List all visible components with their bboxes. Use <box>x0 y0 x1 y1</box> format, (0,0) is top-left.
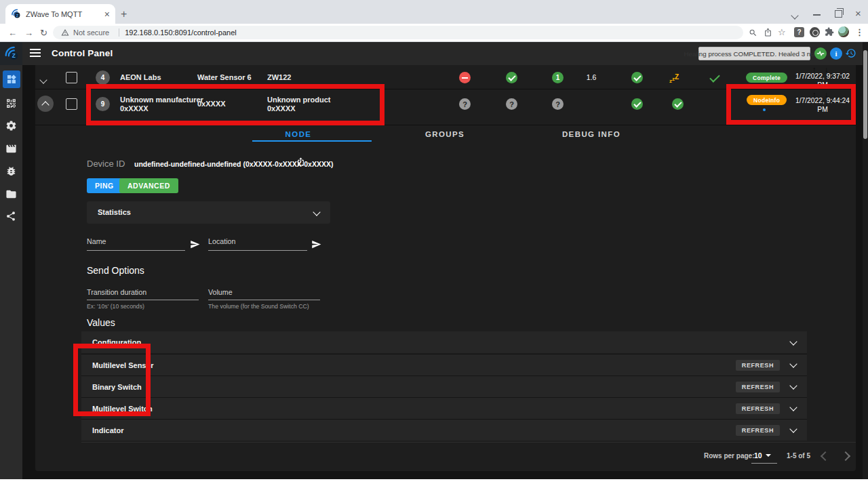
extension-question-icon[interactable]: ? <box>794 27 804 37</box>
favicon-zwave-icon: Z <box>11 9 21 19</box>
row2-collapse-icon[interactable] <box>37 96 54 112</box>
screen: Z ZWave To MQTT × + × ← → ↻ Not secure 1… <box>0 0 868 488</box>
sidebar-item-store[interactable] <box>5 188 17 200</box>
extension-circle-icon[interactable] <box>810 27 820 37</box>
new-tab-button[interactable]: + <box>121 8 127 20</box>
row1-status-check-icon <box>631 72 643 83</box>
sidebar-item-settings[interactable] <box>5 120 17 131</box>
window-tab-search-icon[interactable] <box>792 11 797 20</box>
value-group-multilevel-sensor[interactable]: Multilevel Sensor REFRESH <box>81 354 807 375</box>
row1-beaming-check-icon <box>506 72 517 83</box>
row1-manufacturer[interactable]: AEON Labs <box>120 73 161 82</box>
tab-debug-info[interactable]: DEBUG INFO <box>562 130 620 138</box>
heal-network-icon[interactable] <box>814 47 827 60</box>
refresh-button[interactable]: REFRESH <box>736 425 780 436</box>
back-icon[interactable]: ← <box>8 28 17 38</box>
sidebar-item-debug[interactable] <box>5 165 17 177</box>
annotation-rectangle-value-groups <box>73 344 151 416</box>
url-text: 192.168.0.150:8091/control-panel <box>125 28 237 37</box>
rows-per-page-caret-icon[interactable] <box>766 454 771 457</box>
rows-per-page-select[interactable]: 10 <box>754 451 762 460</box>
url-box[interactable]: Not secure 192.168.0.150:8091/control-pa… <box>53 26 743 39</box>
row1-sleeping-icon: zzZ <box>669 72 679 84</box>
omnibox-separator <box>119 28 119 37</box>
row1-product[interactable]: Water Sensor 6 <box>197 73 252 82</box>
device-id-label: Device ID <box>87 159 125 169</box>
row2-checkbox[interactable] <box>66 98 77 110</box>
row2-status-check-icon <box>631 98 643 110</box>
export-device-id-icon[interactable] <box>296 157 305 166</box>
row1-product-label[interactable]: ZW122 <box>267 73 291 82</box>
browser-tabstrip <box>0 0 868 24</box>
row1-firmware-version: 1.6 <box>582 73 601 81</box>
extensions-puzzle-icon[interactable] <box>825 27 834 37</box>
hamburger-menu-icon[interactable] <box>30 52 41 54</box>
row2-secure-unknown-icon: ? <box>459 98 471 110</box>
history-restore-icon[interactable] <box>845 47 856 59</box>
row1-expand-icon[interactable] <box>41 73 46 85</box>
value-group-indicator[interactable]: Indicator REFRESH <box>81 419 807 441</box>
qrcode-icon <box>5 98 17 109</box>
sidebar-item-scenes[interactable] <box>5 143 17 155</box>
refresh-button[interactable]: REFRESH <box>736 382 780 392</box>
chevron-down-icon <box>313 208 320 216</box>
advanced-button[interactable]: ADVANCED <box>119 178 178 193</box>
window-close-button[interactable]: × <box>855 7 861 19</box>
tab-node[interactable]: NODE <box>285 130 312 138</box>
transition-duration-hint: Ex: '10s' (10 seconds) <box>87 303 144 310</box>
sidebar-item-network-graph[interactable] <box>5 211 17 222</box>
share-icon[interactable] <box>764 28 772 37</box>
rows-per-page-underline <box>751 463 777 464</box>
scrollbar-thumb[interactable] <box>863 50 867 139</box>
forward-icon[interactable]: → <box>24 28 33 38</box>
security-label: Not secure <box>73 28 109 37</box>
location-field-label[interactable]: Location <box>208 237 235 245</box>
footer-divider <box>81 442 856 443</box>
profile-avatar[interactable] <box>838 26 849 37</box>
volume-label[interactable]: Volume <box>208 288 233 296</box>
row1-secure-minus-icon <box>459 72 471 83</box>
browser-menu-icon[interactable]: ⋮ <box>855 27 864 37</box>
send-options-title: Send Options <box>87 265 144 276</box>
sidebar-item-control-panel[interactable] <box>3 70 20 88</box>
heal-toast: Healing process COMPLETED. Healed 3 node… <box>698 47 810 60</box>
zoom-icon[interactable] <box>749 28 757 37</box>
browser-tab[interactable]: Z ZWave To MQTT × <box>5 4 115 24</box>
transition-duration-label[interactable]: Transition duration <box>87 288 146 296</box>
value-group-configuration[interactable]: Configuration <box>81 331 807 353</box>
row1-checkbox[interactable] <box>66 72 77 83</box>
refresh-button[interactable]: REFRESH <box>736 360 780 371</box>
page-title: Control Panel <box>52 48 113 58</box>
bookmark-star-icon[interactable]: ☆ <box>778 27 786 37</box>
refresh-button[interactable]: REFRESH <box>736 403 780 414</box>
app-logo: Z <box>0 42 22 65</box>
annotation-rectangle-row2-status <box>726 84 856 125</box>
share-nodes-icon <box>5 211 17 222</box>
values-title: Values <box>87 317 115 328</box>
row2-zwave-plus-unknown-icon: ? <box>552 98 564 110</box>
value-group-multilevel-switch[interactable]: Multilevel Switch REFRESH <box>81 397 807 419</box>
row1-zwave-plus-icon: 1 <box>552 72 564 83</box>
location-field-underline <box>208 250 307 251</box>
warning-icon <box>61 28 69 37</box>
statistics-panel[interactable]: Statistics <box>87 201 330 224</box>
window-restore-button[interactable] <box>835 10 842 18</box>
movie-icon <box>5 143 17 155</box>
window-minimize-button[interactable] <box>813 14 821 16</box>
tab-groups[interactable]: GROUPS <box>425 130 465 138</box>
sidebar-item-smart-start[interactable] <box>5 98 17 109</box>
statistics-label: Statistics <box>98 208 131 216</box>
chevron-down-icon <box>789 403 797 411</box>
row2-beaming-unknown-icon: ? <box>506 98 517 110</box>
send-location-icon[interactable] <box>311 239 321 249</box>
info-icon[interactable]: i <box>830 47 842 60</box>
send-name-icon[interactable] <box>190 239 200 249</box>
ping-button[interactable]: PING <box>87 178 122 193</box>
volume-underline <box>208 300 320 300</box>
gear-icon <box>5 120 17 131</box>
value-group-binary-switch[interactable]: Binary Switch REFRESH <box>81 375 807 397</box>
name-field-label[interactable]: Name <box>87 237 106 245</box>
tab-close-icon[interactable]: × <box>104 9 110 19</box>
widgets-icon <box>6 74 17 85</box>
refresh-icon[interactable]: ↻ <box>40 28 47 38</box>
